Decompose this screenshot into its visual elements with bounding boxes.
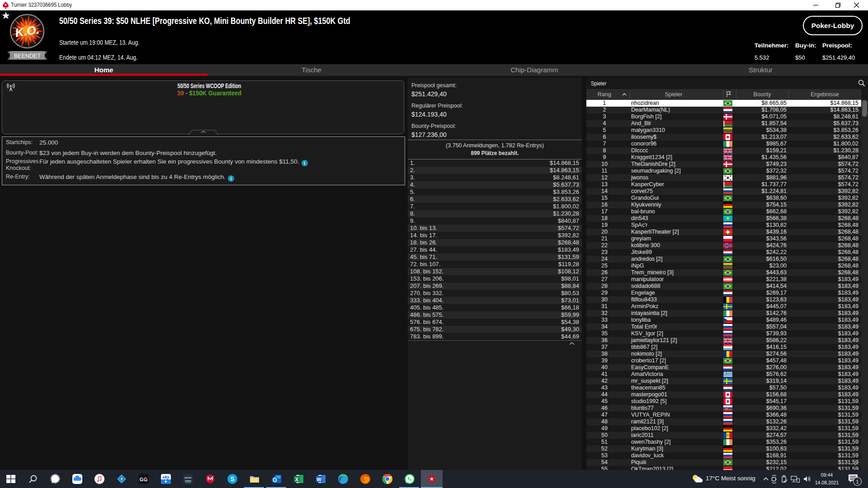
svg-text:G: G — [144, 477, 148, 482]
svg-text:video: video — [185, 479, 192, 482]
svg-text:sky: sky — [162, 475, 170, 479]
svg-text:G: G — [140, 477, 144, 482]
svg-text:BEENDET: BEENDET — [14, 53, 41, 59]
svg-text:prime: prime — [184, 476, 192, 479]
svg-text:1: 1 — [856, 479, 859, 484]
svg-text:X: X — [295, 477, 299, 482]
svg-text:S: S — [230, 475, 234, 483]
svg-text:W: W — [316, 477, 321, 482]
